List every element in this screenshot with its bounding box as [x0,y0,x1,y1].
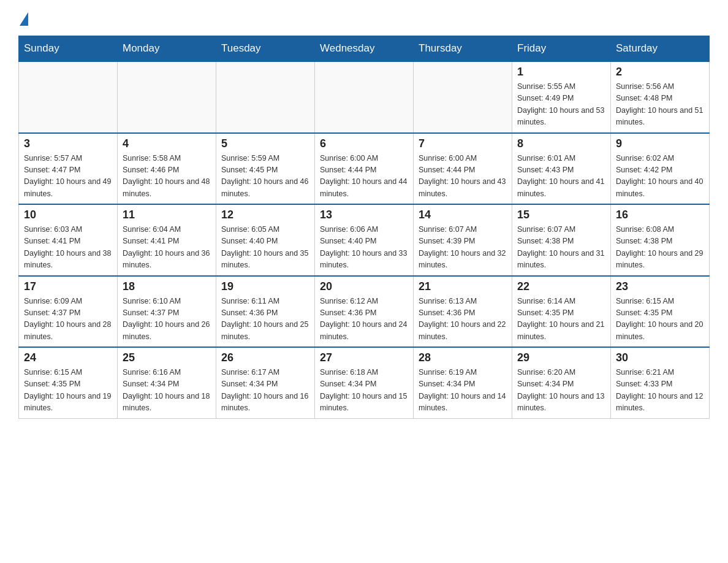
day-number: 26 [221,351,309,364]
day-info: Sunrise: 6:07 AMSunset: 4:38 PMDaylight:… [517,224,605,272]
weekday-header-thursday: Thursday [414,36,512,62]
calendar-cell: 22Sunrise: 6:14 AMSunset: 4:35 PMDayligh… [512,276,611,348]
day-info: Sunrise: 6:03 AMSunset: 4:41 PMDaylight:… [24,224,112,272]
day-number: 22 [517,280,605,293]
calendar-cell: 17Sunrise: 6:09 AMSunset: 4:37 PMDayligh… [19,276,118,348]
day-info: Sunrise: 6:21 AMSunset: 4:33 PMDaylight:… [616,367,704,415]
day-info: Sunrise: 5:59 AMSunset: 4:45 PMDaylight:… [221,153,309,201]
day-number: 23 [616,280,704,293]
day-number: 20 [320,280,408,293]
day-number: 1 [517,66,605,79]
day-number: 13 [320,209,408,221]
calendar-cell: 8Sunrise: 6:01 AMSunset: 4:43 PMDaylight… [512,133,611,205]
day-number: 11 [123,209,211,221]
logo [18,12,28,25]
day-number: 15 [517,209,605,221]
calendar-cell: 18Sunrise: 6:10 AMSunset: 4:37 PMDayligh… [118,276,216,348]
day-number: 21 [419,280,507,293]
logo-triangle-icon [20,12,28,26]
calendar-cell: 27Sunrise: 6:18 AMSunset: 4:34 PMDayligh… [315,347,414,418]
day-info: Sunrise: 6:04 AMSunset: 4:41 PMDaylight:… [123,224,211,272]
day-number: 14 [419,209,507,221]
calendar-cell: 12Sunrise: 6:05 AMSunset: 4:40 PMDayligh… [216,204,315,276]
day-info: Sunrise: 6:00 AMSunset: 4:44 PMDaylight:… [419,153,507,201]
weekday-header-tuesday: Tuesday [216,36,315,62]
day-info: Sunrise: 5:56 AMSunset: 4:48 PMDaylight:… [616,81,704,129]
day-number: 27 [320,351,408,364]
day-info: Sunrise: 6:00 AMSunset: 4:44 PMDaylight:… [320,153,408,201]
calendar-cell: 5Sunrise: 5:59 AMSunset: 4:45 PMDaylight… [216,133,315,205]
day-info: Sunrise: 6:18 AMSunset: 4:34 PMDaylight:… [320,367,408,415]
day-info: Sunrise: 6:12 AMSunset: 4:36 PMDaylight:… [320,296,408,343]
calendar-cell [414,61,512,133]
calendar-cell [118,61,216,133]
calendar-cell: 21Sunrise: 6:13 AMSunset: 4:36 PMDayligh… [414,276,512,348]
day-info: Sunrise: 6:08 AMSunset: 4:38 PMDaylight:… [616,224,704,272]
day-number: 2 [616,66,704,79]
calendar-cell: 19Sunrise: 6:11 AMSunset: 4:36 PMDayligh… [216,276,315,348]
calendar-cell: 7Sunrise: 6:00 AMSunset: 4:44 PMDaylight… [414,133,512,205]
weekday-header-wednesday: Wednesday [315,36,414,62]
calendar-cell: 11Sunrise: 6:04 AMSunset: 4:41 PMDayligh… [118,204,216,276]
weekday-header-friday: Friday [512,36,611,62]
day-info: Sunrise: 6:15 AMSunset: 4:35 PMDaylight:… [616,296,704,343]
weekday-header-row: SundayMondayTuesdayWednesdayThursdayFrid… [19,36,710,62]
day-number: 16 [616,209,704,221]
calendar-cell [216,61,315,133]
day-number: 28 [419,351,507,364]
calendar-cell [19,61,118,133]
day-number: 4 [123,137,211,150]
calendar-cell: 28Sunrise: 6:19 AMSunset: 4:34 PMDayligh… [414,347,512,418]
calendar-cell: 4Sunrise: 5:58 AMSunset: 4:46 PMDaylight… [118,133,216,205]
day-number: 5 [221,137,309,150]
calendar-cell: 9Sunrise: 6:02 AMSunset: 4:42 PMDaylight… [611,133,710,205]
day-number: 18 [123,280,211,293]
calendar-cell: 2Sunrise: 5:56 AMSunset: 4:48 PMDaylight… [611,61,710,133]
day-info: Sunrise: 6:20 AMSunset: 4:34 PMDaylight:… [517,367,605,415]
weekday-header-saturday: Saturday [611,36,710,62]
day-info: Sunrise: 6:16 AMSunset: 4:34 PMDaylight:… [123,367,211,415]
calendar-cell: 13Sunrise: 6:06 AMSunset: 4:40 PMDayligh… [315,204,414,276]
day-number: 19 [221,280,309,293]
calendar-cell: 29Sunrise: 6:20 AMSunset: 4:34 PMDayligh… [512,347,611,418]
day-info: Sunrise: 6:11 AMSunset: 4:36 PMDaylight:… [221,296,309,343]
day-info: Sunrise: 6:02 AMSunset: 4:42 PMDaylight:… [616,153,704,201]
calendar-week-row: 10Sunrise: 6:03 AMSunset: 4:41 PMDayligh… [19,204,710,276]
day-info: Sunrise: 5:57 AMSunset: 4:47 PMDaylight:… [24,153,112,201]
day-number: 7 [419,137,507,150]
day-number: 29 [517,351,605,364]
weekday-header-sunday: Sunday [19,36,118,62]
day-number: 30 [616,351,704,364]
calendar-cell: 1Sunrise: 5:55 AMSunset: 4:49 PMDaylight… [512,61,611,133]
calendar-cell: 25Sunrise: 6:16 AMSunset: 4:34 PMDayligh… [118,347,216,418]
calendar-week-row: 24Sunrise: 6:15 AMSunset: 4:35 PMDayligh… [19,347,710,418]
day-info: Sunrise: 5:58 AMSunset: 4:46 PMDaylight:… [123,153,211,201]
calendar-week-row: 1Sunrise: 5:55 AMSunset: 4:49 PMDaylight… [19,61,710,133]
day-info: Sunrise: 6:07 AMSunset: 4:39 PMDaylight:… [419,224,507,272]
day-info: Sunrise: 6:19 AMSunset: 4:34 PMDaylight:… [419,367,507,415]
calendar-cell: 10Sunrise: 6:03 AMSunset: 4:41 PMDayligh… [19,204,118,276]
day-number: 12 [221,209,309,221]
day-info: Sunrise: 6:05 AMSunset: 4:40 PMDaylight:… [221,224,309,272]
calendar-cell: 3Sunrise: 5:57 AMSunset: 4:47 PMDaylight… [19,133,118,205]
day-info: Sunrise: 6:10 AMSunset: 4:37 PMDaylight:… [123,296,211,343]
day-number: 10 [24,209,112,221]
weekday-header-monday: Monday [118,36,216,62]
calendar-cell: 26Sunrise: 6:17 AMSunset: 4:34 PMDayligh… [216,347,315,418]
day-number: 25 [123,351,211,364]
day-number: 3 [24,137,112,150]
day-info: Sunrise: 5:55 AMSunset: 4:49 PMDaylight:… [517,81,605,129]
calendar-cell: 30Sunrise: 6:21 AMSunset: 4:33 PMDayligh… [611,347,710,418]
calendar-cell: 6Sunrise: 6:00 AMSunset: 4:44 PMDaylight… [315,133,414,205]
calendar-week-row: 17Sunrise: 6:09 AMSunset: 4:37 PMDayligh… [19,276,710,348]
calendar-cell: 20Sunrise: 6:12 AMSunset: 4:36 PMDayligh… [315,276,414,348]
day-number: 9 [616,137,704,150]
day-info: Sunrise: 6:13 AMSunset: 4:36 PMDaylight:… [419,296,507,343]
calendar-cell: 23Sunrise: 6:15 AMSunset: 4:35 PMDayligh… [611,276,710,348]
day-info: Sunrise: 6:14 AMSunset: 4:35 PMDaylight:… [517,296,605,343]
calendar-cell: 24Sunrise: 6:15 AMSunset: 4:35 PMDayligh… [19,347,118,418]
day-info: Sunrise: 6:17 AMSunset: 4:34 PMDaylight:… [221,367,309,415]
day-number: 24 [24,351,112,364]
day-number: 6 [320,137,408,150]
day-number: 17 [24,280,112,293]
